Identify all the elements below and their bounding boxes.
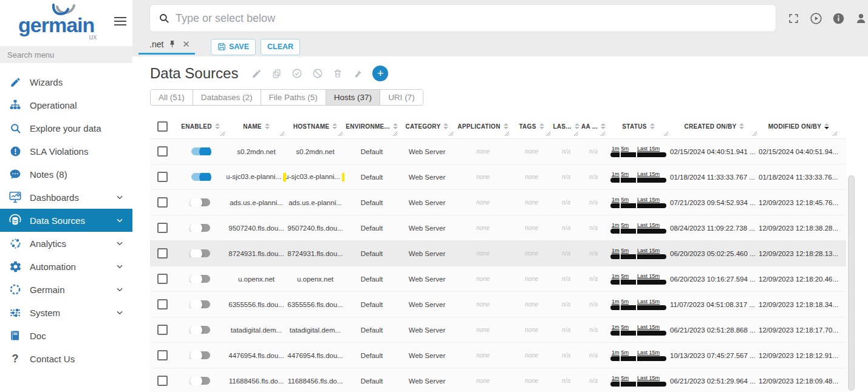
- table-row[interactable]: s0.2mdn.net s0.2mdn.net Default Web Serv…: [150, 138, 846, 164]
- hamburger-menu-icon[interactable]: [114, 15, 126, 28]
- sort-icon[interactable]: [601, 123, 606, 129]
- fullscreen-icon[interactable]: [787, 12, 800, 25]
- column-header-application[interactable]: APPLICATION: [457, 123, 500, 130]
- row-checkbox[interactable]: [157, 350, 168, 360]
- tab-uri[interactable]: URI (7): [380, 90, 423, 105]
- sort-icon[interactable]: [575, 123, 579, 129]
- sidebar-item-explore-your-data[interactable]: Explore your data: [0, 117, 132, 140]
- close-icon[interactable]: ✕: [182, 39, 190, 49]
- sort-icon[interactable]: [539, 123, 544, 129]
- resize-handle[interactable]: [220, 131, 225, 138]
- save-button[interactable]: SAVE: [211, 39, 256, 55]
- sort-icon[interactable]: [443, 123, 448, 129]
- resize-handle[interactable]: [338, 131, 343, 138]
- enabled-toggle[interactable]: [191, 326, 210, 334]
- check-circle-icon[interactable]: [292, 68, 302, 79]
- sidebar-item-contact-us[interactable]: ? Contact Us: [0, 347, 132, 370]
- resize-handle[interactable]: [545, 131, 551, 138]
- status-sparkline[interactable]: 1m 5m Last 15m: [610, 375, 666, 387]
- sidebar-search-input[interactable]: [0, 46, 132, 63]
- resize-handle[interactable]: [279, 131, 285, 138]
- resize-handle[interactable]: [600, 131, 606, 138]
- global-search-input[interactable]: [176, 12, 767, 25]
- table-row[interactable]: 11688456.fls.do... 11688456.fls.do... De…: [150, 368, 846, 392]
- sidebar-item-wizards[interactable]: Wizards: [0, 70, 132, 93]
- resize-handle[interactable]: [752, 131, 757, 138]
- status-sparkline[interactable]: 1m 5m Last 15m: [610, 324, 666, 336]
- filter-chip[interactable]: .net ✕: [138, 39, 195, 55]
- trash-icon[interactable]: [333, 69, 343, 78]
- resize-handle[interactable]: [573, 131, 579, 138]
- column-header-hostname[interactable]: HOSTNAME: [293, 123, 330, 130]
- resize-handle[interactable]: [504, 131, 510, 138]
- sidebar-item-automation[interactable]: Automation: [0, 255, 132, 278]
- sort-icon[interactable]: [265, 123, 270, 129]
- enabled-toggle[interactable]: [191, 377, 210, 385]
- sort-icon[interactable]: [504, 123, 508, 129]
- table-row[interactable]: ads.us.e-planni... ads.us.e-planni... De…: [150, 189, 846, 215]
- column-header-modified[interactable]: MODIFIED ON/BY: [768, 123, 822, 130]
- sidebar-item-dashboards[interactable]: Dashboards: [0, 186, 132, 209]
- resize-handle[interactable]: [832, 131, 838, 138]
- column-header-name[interactable]: NAME: [243, 123, 262, 130]
- sort-icon[interactable]: [739, 123, 744, 129]
- enabled-toggle[interactable]: [191, 173, 210, 181]
- add-data-source-button[interactable]: +: [372, 66, 388, 81]
- resize-handle[interactable]: [392, 131, 398, 138]
- resize-handle[interactable]: [663, 131, 669, 138]
- column-header-enabled[interactable]: ENABLED: [181, 123, 211, 130]
- table-row[interactable]: 8724931.fls.dou... 8724931.fls.dou... De…: [150, 240, 846, 266]
- enabled-toggle[interactable]: [191, 275, 210, 283]
- column-header-aa[interactable]: AA ...: [581, 123, 598, 130]
- edit-icon[interactable]: [251, 69, 262, 79]
- row-checkbox[interactable]: [157, 325, 168, 335]
- sidebar-item-data-sources[interactable]: Data Sources: [0, 209, 132, 232]
- block-icon[interactable]: [312, 68, 323, 79]
- enabled-toggle[interactable]: [191, 198, 210, 206]
- sort-icon[interactable]: [332, 123, 337, 129]
- status-sparkline[interactable]: 1m 5m Last 15m: [610, 146, 666, 157]
- user-icon[interactable]: [854, 12, 867, 25]
- sidebar-item-analytics[interactable]: Analytics: [0, 232, 132, 255]
- status-sparkline[interactable]: 1m 5m Last 15m: [610, 197, 666, 208]
- tab-hosts[interactable]: Hosts (37): [326, 90, 380, 105]
- row-checkbox[interactable]: [157, 299, 168, 309]
- table-row[interactable]: 9507240.fls.dou... 9507240.fls.dou... De…: [150, 215, 846, 240]
- sidebar-item-notes[interactable]: Notes (8): [0, 163, 132, 186]
- status-sparkline[interactable]: 1m 5m Last 15m: [610, 299, 666, 310]
- clear-button[interactable]: CLEAR: [261, 39, 300, 55]
- sort-icon[interactable]: [650, 123, 655, 129]
- resize-handle[interactable]: [448, 131, 454, 138]
- row-checkbox[interactable]: [157, 223, 168, 233]
- status-sparkline[interactable]: 1m 5m Last 15m: [610, 350, 666, 361]
- table-row[interactable]: tatadigital.dem... tatadigital.dem... De…: [150, 317, 846, 342]
- row-checkbox[interactable]: [157, 274, 168, 284]
- enabled-toggle[interactable]: [191, 224, 210, 232]
- copy-icon[interactable]: [272, 69, 282, 79]
- sort-icon[interactable]: [215, 123, 220, 129]
- enabled-toggle[interactable]: [191, 300, 210, 308]
- table-row[interactable]: u.openx.net u.openx.net Default Web Serv…: [150, 266, 846, 291]
- column-header-tags[interactable]: TAGS: [519, 123, 536, 130]
- table-row[interactable]: u-sjc03.e-planni... u-sjc03.e-planni... …: [150, 164, 846, 189]
- sort-icon-descending[interactable]: [824, 123, 829, 129]
- pin-icon[interactable]: [168, 40, 176, 48]
- row-checkbox[interactable]: [157, 172, 168, 182]
- hammer-icon[interactable]: [352, 69, 363, 79]
- column-header-category[interactable]: CATEGORY: [406, 123, 441, 130]
- row-checkbox[interactable]: [157, 197, 168, 208]
- info-icon[interactable]: [832, 12, 845, 25]
- column-header-status[interactable]: STATUS: [622, 123, 646, 130]
- sidebar-item-system[interactable]: System: [0, 301, 132, 324]
- sidebar-item-operational[interactable]: Operational: [0, 93, 132, 117]
- row-checkbox[interactable]: [157, 146, 168, 157]
- select-all-checkbox[interactable]: [157, 121, 168, 132]
- column-header-created[interactable]: CREATED ON/BY: [685, 123, 737, 130]
- tab-databases[interactable]: Databases (2): [193, 90, 261, 105]
- column-header-environment[interactable]: ENVIRONME...: [346, 123, 390, 130]
- status-sparkline[interactable]: 1m 5m Last 15m: [610, 222, 666, 234]
- sidebar-item-germain[interactable]: Germain: [0, 278, 132, 301]
- sidebar-item-doc[interactable]: Doc: [0, 324, 132, 347]
- sidebar-item-sla-violations[interactable]: SLA Violations: [0, 140, 132, 163]
- status-sparkline[interactable]: 1m 5m Last 15m: [610, 273, 666, 285]
